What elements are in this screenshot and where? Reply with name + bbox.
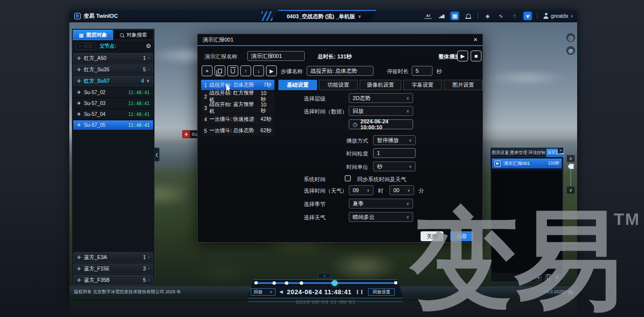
datetime-picker[interactable]: ◷2024-06-24 10:00:10 (349, 119, 413, 129)
tab-camera-settings[interactable]: 摄像机设置 (360, 80, 401, 90)
step-index: 3 (204, 105, 207, 111)
stay-duration-input[interactable]: 5 (412, 66, 432, 76)
statistics-icon[interactable]: ▂▅█ (437, 12, 445, 20)
minute-select[interactable]: 00∨ (389, 185, 414, 195)
map-unit-marker[interactable]: ✈ Su (182, 130, 199, 138)
step-back-icon[interactable]: ◀ (279, 289, 283, 294)
zoom-out-icon[interactable]: − (567, 244, 575, 251)
move-down-button[interactable]: ↓ (253, 65, 264, 76)
move-up-button[interactable]: ↑ (240, 65, 251, 76)
play-step-button[interactable]: ▶ (266, 65, 277, 76)
step-name-input[interactable]: 战役开始: 总体态势 (307, 66, 374, 76)
tab-layer-objects[interactable]: ▦ 图层对象 (73, 30, 113, 40)
report-name-value: 演示汇报001 (251, 53, 282, 60)
season-select[interactable]: 夏季∨ (349, 199, 413, 209)
group-row[interactable]: ✛ 蓝方_F35B 5› (73, 275, 153, 285)
edit-report-icon[interactable]: ✎ (554, 274, 561, 281)
time-unit-label: 时间单位 (346, 163, 368, 171)
step-row[interactable]: 3 战役开始: 蓝方预警机 10秒 (201, 103, 274, 113)
group-row[interactable]: ✛ 蓝方_F15E 3› (73, 264, 153, 274)
tab-label: 图片设置 (452, 81, 474, 89)
group-row-expanded[interactable]: ✛ 红方_Su57 4∨ (73, 76, 153, 86)
unit-row[interactable]: ✈ Su-57_03 11:48:41 (73, 99, 153, 108)
weather-time-label: 选择时间（天气） (304, 187, 347, 195)
save-button[interactable]: 保存 (450, 231, 473, 241)
tab-object-search[interactable]: 对象搜索 (113, 30, 154, 40)
search-icon (120, 33, 124, 37)
scroll-up-icon[interactable]: ∧ (567, 155, 575, 162)
ai-tools-icon[interactable]: AI (424, 13, 432, 19)
report-list-item-selected[interactable]: ▶ 演示汇报001 131秒 (492, 158, 562, 168)
chart-icon[interactable]: ∿ (497, 12, 505, 20)
time-data-select[interactable]: 回放∨ (349, 106, 413, 116)
group-count: 4 (141, 78, 144, 84)
granularity-input[interactable]: 1 (373, 148, 416, 158)
unit-row[interactable]: ✈ Su-57_04 11:48:41 (73, 109, 153, 119)
timeline-collapse-button[interactable]: ∨ (318, 273, 331, 278)
tab-subtitle-settings[interactable]: 字幕设置 (403, 80, 442, 90)
save-label: 保存 (456, 233, 467, 240)
step-row[interactable]: 2 战役开始: 红方预警机 10秒 (201, 91, 274, 102)
keyframe-dot[interactable] (285, 281, 288, 285)
playback-mode-select[interactable]: 回放∨ (251, 288, 275, 296)
report-name-input[interactable]: 演示汇报001 (247, 51, 305, 61)
keyframe-dot[interactable] (300, 281, 303, 285)
step-name-value: 战役开始: 总体态势 (311, 67, 357, 75)
tab-basic-settings[interactable]: 基础设置 (278, 80, 317, 90)
playback-timestamp: 2024-06-24 11:48:41 (287, 288, 352, 296)
playback-settings-button[interactable]: 回放设置 (368, 288, 395, 296)
close-icon[interactable]: × (474, 36, 478, 43)
group-row[interactable]: ✛ 蓝方_E3A 1› (73, 252, 153, 263)
copy-step-button[interactable] (215, 65, 225, 76)
delete-step-button[interactable] (227, 65, 238, 76)
hand-icon[interactable]: ☝ (510, 12, 518, 20)
tab-function-settings[interactable]: 功能设置 (319, 80, 358, 90)
delete-report-icon[interactable] (545, 274, 551, 281)
overall-play-button[interactable]: ▶ (457, 51, 468, 61)
play-mode-select[interactable]: 暂停播放∨ (373, 135, 416, 145)
close-button[interactable]: 关闭 (421, 231, 443, 241)
locate-icon[interactable]: ⊕ (566, 46, 575, 55)
send-icon[interactable]: ➤ (524, 12, 532, 20)
hour-select[interactable]: 09∨ (349, 185, 374, 195)
step-row-selected[interactable]: 1 战役开始: 总体态势 7秒 (201, 80, 274, 90)
layers-icon[interactable]: ◈ (483, 12, 491, 20)
scene-selector[interactable]: 0403_空战态势 (流) _单机版 ∨ (271, 10, 376, 22)
scroll-handle[interactable] (568, 164, 574, 169)
level-select[interactable]: 2D态势∨ (349, 93, 413, 103)
keyframe-dot[interactable] (272, 281, 276, 285)
group-row[interactable]: ✛ 红方_Su35 5› (73, 64, 153, 75)
step-row[interactable]: 5 一次缠斗: 总体态势 62秒 (201, 125, 274, 136)
pause-icon[interactable]: ❙❙ (356, 289, 364, 294)
layout-grid-icon[interactable]: ▦ (451, 12, 459, 20)
close-icon[interactable]: × (558, 148, 563, 153)
overall-stop-button[interactable]: ■ (471, 51, 482, 61)
sync-checkbox[interactable] (345, 175, 351, 181)
playhead-handle[interactable] (332, 280, 337, 286)
season-value: 夏季 (353, 200, 364, 208)
dialog-title-bar[interactable]: 演示汇报001 × (198, 34, 483, 46)
tab-environment-control[interactable]: 环境控制 (528, 149, 546, 157)
report-name-label: 演示汇报名称 (205, 53, 237, 60)
tab-layer-settings[interactable]: 图层设置 (491, 149, 509, 157)
back-button[interactable]: ↩ 返回 (75, 43, 96, 50)
step-row[interactable]: 4 一次缠斗: 快速推进 42秒 (201, 114, 274, 124)
add-step-button[interactable]: + (202, 65, 213, 76)
document-icon[interactable]: ▤ (567, 289, 575, 296)
user-menu[interactable]: greatdx ∨ (543, 13, 573, 19)
tab-chart-management[interactable]: 图表管理 (510, 149, 528, 157)
time-unit-select[interactable]: 秒∨ (373, 161, 416, 171)
gear-icon[interactable]: ⚙ (146, 43, 151, 50)
bell-icon[interactable] (464, 12, 472, 20)
sidebar-collapse-handle[interactable]: ❮ (155, 148, 160, 161)
timeline-track[interactable] (254, 282, 397, 284)
unit-row-selected[interactable]: ✈ Su-57_05 11:48:41 (73, 120, 153, 130)
tab-image-settings[interactable]: 图片设置 (444, 80, 483, 90)
group-row[interactable]: ✛ 红方_A50 1› (73, 53, 153, 63)
scroll-down-icon[interactable]: ∨ (567, 187, 575, 194)
compass-icon[interactable]: ◎ (566, 33, 575, 42)
granularity-label: 时间粒度 (346, 150, 368, 158)
weather-select[interactable]: 晴间多云∨ (349, 212, 413, 222)
add-report-icon[interactable]: + (536, 274, 542, 281)
unit-row[interactable]: ✈ Su-57_02 11:48:41 (73, 88, 153, 98)
